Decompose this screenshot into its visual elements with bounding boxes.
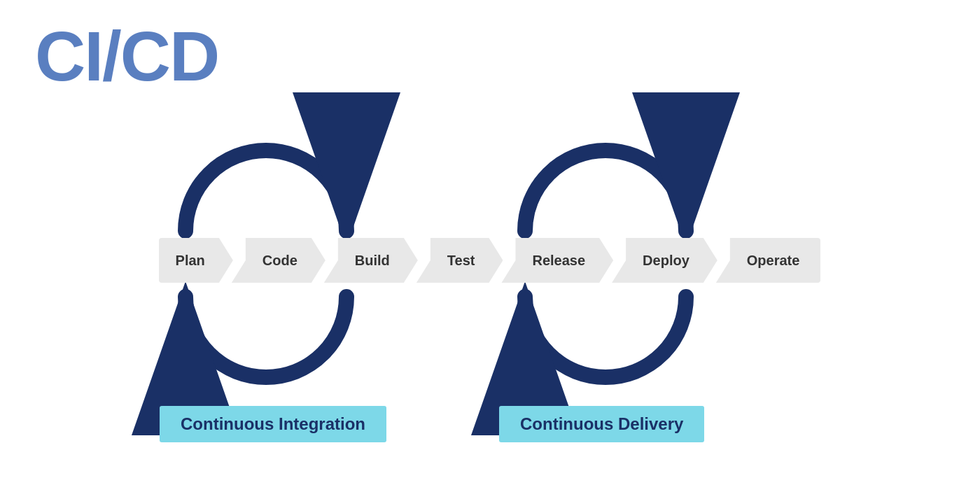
pipeline: Plan Code Build Test Release Deploy Oper… bbox=[35, 238, 945, 283]
cd-label: Continuous Delivery bbox=[499, 406, 704, 442]
pipeline-test: Test bbox=[416, 238, 503, 283]
page-title: CI/CD bbox=[35, 21, 218, 91]
pipeline-release: Release bbox=[501, 238, 613, 283]
pipeline-code: Code bbox=[232, 238, 326, 283]
pipeline-plan: Plan bbox=[159, 238, 233, 283]
ci-bottom-arc bbox=[172, 283, 360, 409]
ci-top-arc bbox=[172, 119, 360, 245]
pipeline-build: Build bbox=[324, 238, 418, 283]
cd-top-arc bbox=[511, 119, 700, 245]
pipeline-deploy: Deploy bbox=[612, 238, 718, 283]
cd-bottom-arc bbox=[511, 283, 700, 409]
ci-label: Continuous Integration bbox=[160, 406, 386, 442]
pipeline-operate: Operate bbox=[716, 238, 821, 283]
